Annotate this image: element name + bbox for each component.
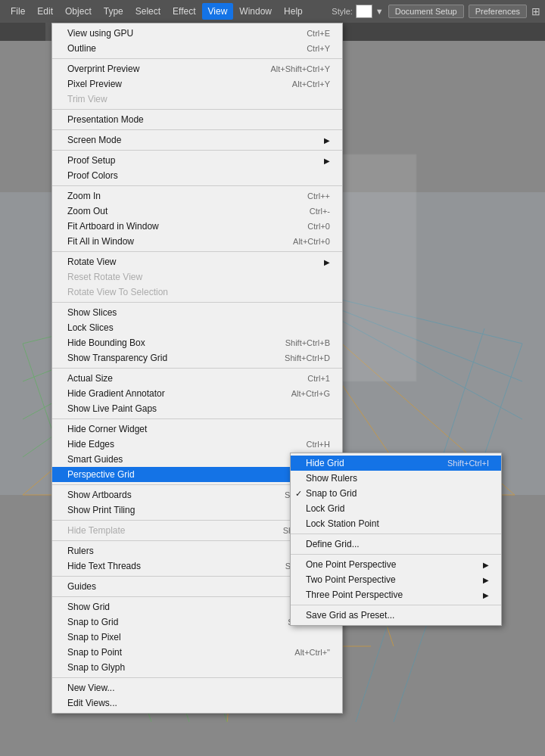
submenu-define-grid[interactable]: Define Grid... bbox=[291, 537, 501, 552]
separator-8 bbox=[52, 368, 342, 369]
proof-setup-arrow: ▶ bbox=[324, 157, 330, 165]
two-point-arrow: ▶ bbox=[483, 576, 489, 584]
menu-show-transparency-grid[interactable]: Show Transparency Grid Shift+Ctrl+D bbox=[52, 350, 342, 366]
menu-snap-to-pixel[interactable]: Snap to Pixel bbox=[52, 630, 342, 645]
perspective-grid-submenu: Hide Grid Shift+Ctrl+I Show Rulers ✓ Sna… bbox=[290, 453, 502, 626]
menu-reset-rotate: Reset Rotate View bbox=[52, 269, 342, 285]
document-setup-button[interactable]: Document Setup bbox=[388, 5, 464, 18]
menu-type[interactable]: Type bbox=[98, 3, 129, 20]
menu-fit-artboard[interactable]: Fit Artboard in Window Ctrl+0 bbox=[52, 219, 342, 234]
style-swatch bbox=[356, 5, 372, 18]
menu-select[interactable]: Select bbox=[129, 3, 167, 20]
menu-pixel-preview[interactable]: Pixel Preview Alt+Ctrl+Y bbox=[52, 76, 342, 92]
menu-proof-colors[interactable]: Proof Colors bbox=[52, 168, 342, 183]
toolbar-right: Style: ▼ Document Setup Preferences ⊞ bbox=[332, 5, 540, 18]
separator-9 bbox=[52, 418, 342, 419]
style-label: Style: bbox=[332, 7, 353, 16]
menu-view-using-gpu[interactable]: View using GPU Ctrl+E bbox=[52, 26, 342, 41]
separator-15 bbox=[52, 677, 342, 678]
menu-file[interactable]: File bbox=[5, 3, 31, 20]
separator-7 bbox=[52, 302, 342, 303]
toolbar-icon-right: ⊞ bbox=[531, 5, 540, 17]
menu-rotate-to-selection: Rotate View To Selection bbox=[52, 285, 342, 300]
menu-snap-to-glyph[interactable]: Snap to Glyph bbox=[52, 660, 342, 675]
menu-overprint-preview[interactable]: Overprint Preview Alt+Shift+Ctrl+Y bbox=[52, 61, 342, 76]
menu-screen-mode[interactable]: Screen Mode ▶ bbox=[52, 132, 342, 148]
separator-4 bbox=[52, 150, 342, 151]
separator-3 bbox=[52, 129, 342, 130]
menu-show-slices[interactable]: Show Slices bbox=[52, 305, 342, 320]
menu-window[interactable]: Window bbox=[233, 3, 278, 20]
submenu-one-point[interactable]: One Point Perspective ▶ bbox=[291, 557, 501, 572]
menu-hide-edges[interactable]: Hide Edges Ctrl+H bbox=[52, 437, 342, 452]
rotate-view-arrow: ▶ bbox=[324, 258, 330, 266]
menu-zoom-out[interactable]: Zoom Out Ctrl+- bbox=[52, 204, 342, 219]
menu-lock-slices[interactable]: Lock Slices bbox=[52, 320, 342, 335]
sub-separator-3 bbox=[291, 605, 501, 605]
submenu-save-grid-preset[interactable]: Save Grid as Preset... bbox=[291, 608, 501, 623]
menu-new-view[interactable]: New View... bbox=[52, 680, 342, 695]
menu-show-live-paint-gaps[interactable]: Show Live Paint Gaps bbox=[52, 401, 342, 416]
sub-separator-1 bbox=[291, 534, 501, 534]
submenu-snap-to-grid[interactable]: ✓ Snap to Grid bbox=[291, 486, 501, 501]
menu-effect[interactable]: Effect bbox=[167, 3, 201, 20]
menu-edit[interactable]: Edit bbox=[31, 3, 59, 20]
separator-1 bbox=[52, 58, 342, 59]
menu-trim-view: Trim View bbox=[52, 92, 342, 107]
three-point-arrow: ▶ bbox=[483, 591, 489, 599]
one-point-arrow: ▶ bbox=[483, 561, 489, 569]
separator-6 bbox=[52, 251, 342, 252]
menu-zoom-in[interactable]: Zoom In Ctrl++ bbox=[52, 188, 342, 204]
menu-edit-views[interactable]: Edit Views... bbox=[52, 695, 342, 711]
preferences-button[interactable]: Preferences bbox=[469, 5, 527, 18]
menu-hide-corner-widget[interactable]: Hide Corner Widget bbox=[52, 422, 342, 437]
style-arrow: ▼ bbox=[375, 7, 384, 16]
sub-separator-2 bbox=[291, 554, 501, 555]
style-box: Style: ▼ bbox=[332, 5, 383, 18]
separator-5 bbox=[52, 185, 342, 186]
menu-presentation-mode[interactable]: Presentation Mode bbox=[52, 112, 342, 127]
submenu-lock-station-point[interactable]: Lock Station Point bbox=[291, 516, 501, 531]
menu-view[interactable]: View bbox=[202, 3, 234, 20]
menu-help[interactable]: Help bbox=[278, 3, 309, 20]
submenu-two-point[interactable]: Two Point Perspective ▶ bbox=[291, 572, 501, 587]
toolbar: File Edit Object Type Select Effect View… bbox=[0, 0, 545, 23]
submenu-three-point[interactable]: Three Point Perspective ▶ bbox=[291, 587, 501, 602]
submenu-hide-grid[interactable]: Hide Grid Shift+Ctrl+I bbox=[291, 456, 501, 471]
menu-hide-bounding-box[interactable]: Hide Bounding Box Shift+Ctrl+B bbox=[52, 335, 342, 350]
menu-hide-gradient-annotator[interactable]: Hide Gradient Annotator Alt+Ctrl+G bbox=[52, 386, 342, 401]
menu-fit-all[interactable]: Fit All in Window Alt+Ctrl+0 bbox=[52, 234, 342, 249]
separator-2 bbox=[52, 109, 342, 110]
snap-checkmark: ✓ bbox=[295, 489, 302, 499]
menu-object[interactable]: Object bbox=[59, 3, 98, 20]
menu-outline[interactable]: Outline Ctrl+Y bbox=[52, 41, 342, 56]
submenu-show-rulers[interactable]: Show Rulers bbox=[291, 471, 501, 486]
menu-bar: File Edit Object Type Select Effect View… bbox=[5, 3, 309, 20]
menu-actual-size[interactable]: Actual Size Ctrl+1 bbox=[52, 371, 342, 386]
menu-proof-setup[interactable]: Proof Setup ▶ bbox=[52, 153, 342, 168]
menu-snap-to-point[interactable]: Snap to Point Alt+Ctrl+" bbox=[52, 645, 342, 660]
submenu-lock-grid[interactable]: Lock Grid bbox=[291, 501, 501, 516]
screen-mode-arrow: ▶ bbox=[324, 136, 330, 145]
menu-rotate-view[interactable]: Rotate View ▶ bbox=[52, 254, 342, 269]
